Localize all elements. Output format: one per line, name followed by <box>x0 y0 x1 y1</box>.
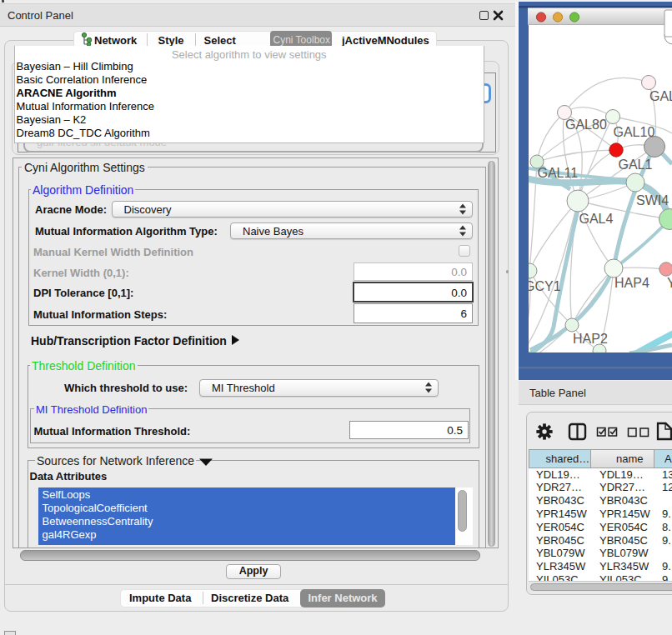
svg-text:GAL11: GAL11 <box>538 166 579 180</box>
svg-text:GAL80: GAL80 <box>565 118 607 132</box>
svg-text:Y: Y <box>667 276 672 290</box>
svg-text:HAP2: HAP2 <box>573 332 608 346</box>
svg-text:GAL4: GAL4 <box>579 212 614 226</box>
svg-text:GAL1: GAL1 <box>619 158 653 172</box>
svg-text:GAL10: GAL10 <box>614 125 655 139</box>
svg-text:SWI4: SWI4 <box>636 193 669 208</box>
svg-text:GAL: GAL <box>649 89 672 103</box>
svg-text:GCY1: GCY1 <box>524 279 561 293</box>
svg-text:HAP4: HAP4 <box>614 276 649 290</box>
